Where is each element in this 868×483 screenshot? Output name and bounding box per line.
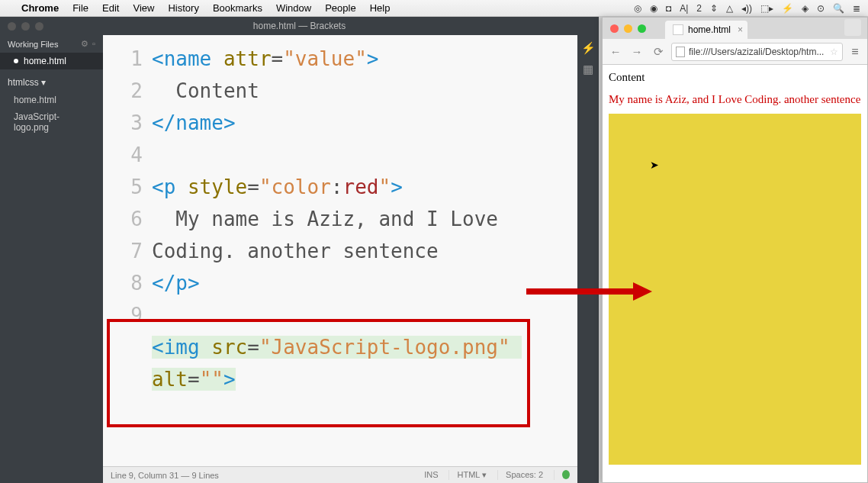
menu-chrome[interactable]: Chrome: [21, 2, 59, 14]
status-icon[interactable]: ◘: [666, 3, 671, 14]
project-file-item[interactable]: JavaScript-logo.png: [0, 108, 103, 136]
page-viewport: Content My name is Aziz, and I Love Codi…: [603, 65, 867, 482]
minimize-window-button[interactable]: [21, 22, 30, 31]
brackets-extension-strip: ⚡ ▦: [577, 35, 599, 483]
code-content[interactable]: <name attr="value"> Content</name> <p st…: [149, 35, 577, 466]
close-window-button[interactable]: [8, 22, 16, 31]
split-icon[interactable]: ▫: [92, 39, 95, 49]
notification-center-icon[interactable]: ≣: [853, 3, 860, 14]
status-bar: Line 9, Column 31 — 9 Lines INS HTML ▾ S…: [103, 466, 577, 483]
menu-edit[interactable]: Edit: [102, 2, 119, 14]
menu-people[interactable]: People: [325, 2, 355, 14]
charging-icon[interactable]: ⚡: [782, 3, 793, 14]
profile-avatar[interactable]: [844, 19, 861, 36]
brackets-sidebar: Working Files ⚙ ▫ home.html htmlcss ▾ ho…: [0, 35, 103, 483]
brackets-editor-window: home.html — Brackets Working Files ⚙ ▫ h…: [0, 17, 599, 483]
rendered-image: [609, 114, 861, 465]
volume-icon[interactable]: ◂)): [741, 3, 752, 14]
menubar-status-area: ◎ ◉ ◘ A| 2 ⇕ △ ◂)) ⬚▸ ⚡ ◈ ⊙ 🔍 ≣: [634, 3, 860, 14]
menu-help[interactable]: Help: [370, 2, 391, 14]
status-icon[interactable]: 2: [696, 3, 702, 14]
rendered-paragraph: My name is Aziz, and I Love Coding. anot…: [609, 93, 861, 106]
status-icon[interactable]: ◎: [634, 3, 641, 14]
working-files-header[interactable]: Working Files ⚙ ▫: [0, 35, 103, 53]
url-text: file:///Users/azizali/Desktop/htm...: [689, 47, 824, 57]
cursor-position: Line 9, Column 31 — 9 Lines: [111, 471, 219, 480]
bookmark-star-icon[interactable]: ☆: [830, 47, 838, 57]
brackets-titlebar[interactable]: home.html — Brackets: [0, 17, 599, 35]
menu-window[interactable]: Window: [276, 2, 311, 14]
language-mode[interactable]: HTML ▾: [448, 470, 487, 480]
spotlight-icon[interactable]: 🔍: [833, 3, 844, 14]
address-bar[interactable]: file:///Users/azizali/Desktop/htm... ☆: [671, 43, 843, 61]
wifi-icon[interactable]: ◈: [802, 3, 809, 14]
dirty-indicator-icon: [14, 59, 18, 63]
indent-setting[interactable]: Spaces: 2: [497, 470, 543, 480]
close-tab-icon[interactable]: ×: [738, 24, 743, 35]
chrome-menu-icon[interactable]: ≡: [847, 45, 863, 59]
clock-icon[interactable]: ⊙: [817, 3, 825, 14]
back-button[interactable]: ←: [607, 45, 624, 58]
dropbox-icon[interactable]: ⇕: [710, 3, 718, 14]
line-number-gutter: 123456789: [103, 35, 149, 466]
live-preview-icon[interactable]: ⚡: [581, 41, 596, 55]
file-name: JavaScript-logo.png: [14, 111, 89, 133]
gear-icon[interactable]: ⚙: [81, 39, 88, 49]
page-icon: [676, 47, 685, 57]
window-title: home.html — Brackets: [0, 21, 599, 31]
insert-mode[interactable]: INS: [416, 470, 438, 480]
working-files-label: Working Files: [8, 40, 58, 49]
minimize-window-button[interactable]: [624, 24, 632, 33]
project-file-item[interactable]: home.html: [0, 92, 103, 108]
browser-tab[interactable]: home.html ×: [665, 21, 747, 39]
code-editor[interactable]: 123456789 <name attr="value"> Content</n…: [103, 35, 577, 466]
working-file-item[interactable]: home.html: [0, 53, 103, 69]
linting-status-icon[interactable]: [562, 470, 570, 479]
file-name: home.html: [24, 56, 66, 66]
editor-area: 123456789 <name attr="value"> Content</n…: [103, 35, 577, 483]
zoom-window-button[interactable]: [638, 24, 646, 33]
status-icon[interactable]: ◉: [650, 3, 657, 14]
status-icon[interactable]: △: [726, 3, 733, 14]
close-window-button[interactable]: [610, 24, 619, 33]
battery-icon[interactable]: ⬚▸: [760, 3, 773, 14]
project-dropdown[interactable]: htmlcss ▾: [0, 69, 103, 92]
favicon-icon: [673, 24, 683, 35]
tab-title: home.html: [688, 24, 731, 35]
menu-bookmarks[interactable]: Bookmarks: [213, 2, 262, 14]
forward-button[interactable]: →: [628, 45, 645, 58]
zoom-window-button[interactable]: [35, 22, 43, 31]
file-name: home.html: [14, 95, 56, 105]
menu-view[interactable]: View: [133, 2, 154, 14]
extension-manager-icon[interactable]: ▦: [583, 63, 593, 76]
menu-file[interactable]: File: [72, 2, 88, 14]
menu-history[interactable]: History: [168, 2, 198, 14]
chrome-browser-window: home.html × ← → ⟳ file:///Users/azizali/…: [602, 17, 868, 483]
chrome-toolbar: ← → ⟳ file:///Users/azizali/Desktop/htm.…: [603, 39, 867, 65]
rendered-name-content: Content: [609, 71, 861, 84]
status-icon[interactable]: A|: [680, 3, 688, 14]
chrome-tabbar: home.html ×: [603, 18, 867, 39]
mac-menubar: Chrome File Edit View History Bookmarks …: [0, 0, 868, 17]
reload-button[interactable]: ⟳: [650, 45, 667, 59]
